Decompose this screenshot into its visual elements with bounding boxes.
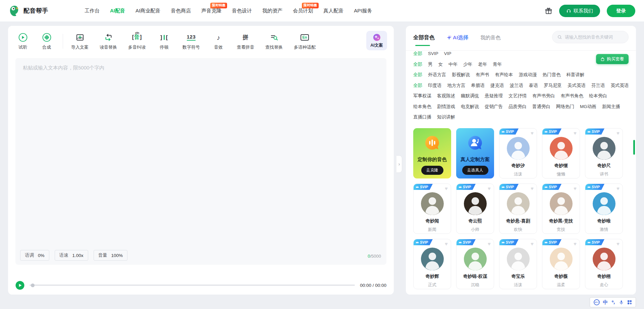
- tool-polyphone-correct[interactable]: [音]yīn多音纠读: [128, 33, 146, 50]
- voice-card[interactable]: SVIP♥奇妙唯激情: [585, 184, 623, 234]
- nav-item[interactable]: 工作台: [85, 8, 100, 14]
- progress-slider[interactable]: [30, 285, 355, 286]
- favorite-heart-icon[interactable]: ♥: [531, 241, 534, 247]
- brand[interactable]: 配音帮手: [9, 5, 48, 17]
- voice-card[interactable]: SVIP♥奇妙尺讲书: [585, 128, 623, 178]
- speed-control[interactable]: 语速1.00x: [55, 250, 88, 261]
- promo-action-button[interactable]: 去克隆: [421, 166, 443, 175]
- voice-card[interactable]: SVIP♥奇妙锦-权谋沉稳: [456, 239, 494, 289]
- tab-ai-select[interactable]: AI选择: [447, 34, 469, 41]
- favorite-heart-icon[interactable]: ♥: [488, 186, 491, 191]
- filter-item[interactable]: 外语方言: [428, 71, 446, 78]
- voice-search[interactable]: [552, 31, 629, 43]
- tab-all-voices[interactable]: 全部音色: [413, 34, 435, 41]
- tool-find-replace[interactable]: 查找替换: [265, 33, 283, 50]
- voice-card[interactable]: SVIP♥奇妙黑-竞技竞技: [542, 184, 580, 234]
- filter-item[interactable]: 客观陈述: [437, 93, 455, 99]
- tool-view-pinyin[interactable]: 拼查看拼音: [237, 33, 254, 50]
- filter-item[interactable]: 全部: [413, 50, 422, 57]
- nav-item[interactable]: 会员计划限时特惠: [293, 8, 313, 14]
- filter-item[interactable]: 悬疑推理: [485, 93, 503, 99]
- filter-item[interactable]: 科普讲解: [567, 71, 585, 78]
- voice-card[interactable]: SVIP♥奇妙悬-喜剧欢快: [499, 184, 537, 234]
- voice-search-input[interactable]: [565, 35, 622, 40]
- nav-item[interactable]: AI配音: [110, 8, 125, 14]
- favorite-heart-icon[interactable]: ♥: [616, 186, 620, 191]
- apps-grid-icon[interactable]: [627, 300, 632, 305]
- voice-card[interactable]: SVIP♥奇妙汐活泼: [499, 128, 537, 178]
- tool-multilingual[interactable]: En多语种适配: [294, 33, 316, 50]
- filter-item[interactable]: 中年: [448, 61, 458, 68]
- nav-item[interactable]: 我的资产: [262, 8, 282, 14]
- filter-item[interactable]: 幽默调侃: [461, 93, 479, 99]
- filter-item[interactable]: 英式英语: [611, 82, 629, 89]
- filter-item[interactable]: 文艺抒情: [508, 93, 527, 99]
- filter-item[interactable]: 军事权谋: [413, 93, 431, 99]
- collapse-panel-handle[interactable]: ›: [396, 155, 402, 173]
- favorite-heart-icon[interactable]: ♥: [531, 186, 534, 191]
- filter-item[interactable]: 泰语: [529, 82, 538, 89]
- favorite-heart-icon[interactable]: ♥: [616, 241, 620, 247]
- tool-pronunciation-replace[interactable]: 读音替换: [100, 33, 117, 50]
- login-button[interactable]: 登录: [607, 5, 635, 17]
- tool-synthesize[interactable]: 合成: [39, 33, 54, 50]
- filter-item[interactable]: 剧情游戏: [437, 103, 455, 110]
- nav-item[interactable]: AI商业配音: [136, 8, 160, 14]
- filter-item[interactable]: 绘本旁白: [589, 93, 607, 99]
- filter-item[interactable]: 有声书角色: [561, 93, 584, 99]
- tool-pause[interactable]: ][停顿: [157, 33, 171, 50]
- filter-item[interactable]: 罗马尼亚: [544, 82, 562, 89]
- filter-item[interactable]: 知识讲解: [437, 114, 455, 120]
- promo-action-button[interactable]: 去选真人: [462, 166, 488, 175]
- filter-item[interactable]: 有声书: [476, 71, 489, 78]
- filter-item[interactable]: 女: [438, 61, 443, 68]
- filter-item[interactable]: 全部: [413, 82, 422, 89]
- filter-item[interactable]: VIP: [444, 50, 451, 57]
- ai-copywriting-button[interactable]: AI文案: [366, 31, 387, 50]
- filter-item[interactable]: 普通旁白: [532, 103, 550, 110]
- favorite-heart-icon[interactable]: ♥: [574, 130, 577, 136]
- script-textarea[interactable]: [15, 58, 386, 244]
- filter-item[interactable]: SVIP: [428, 50, 438, 57]
- play-button[interactable]: [15, 281, 24, 290]
- chinese-mode-icon[interactable]: 中: [603, 299, 608, 306]
- filter-item[interactable]: 新闻主播: [602, 103, 620, 110]
- microphone-icon[interactable]: [619, 300, 624, 305]
- punctuation-icon[interactable]: [611, 300, 616, 305]
- favorite-heart-icon[interactable]: ♥: [616, 130, 620, 136]
- voice-card[interactable]: SVIP♥奇妙惬慵懒: [542, 128, 580, 178]
- volume-control[interactable]: 音量100%: [94, 250, 128, 261]
- favorite-heart-icon[interactable]: ♥: [531, 130, 534, 136]
- promo-card-2[interactable]: 真人定制方案去选真人: [456, 128, 494, 178]
- filter-item[interactable]: MG动画: [580, 103, 596, 110]
- filter-item[interactable]: 少年: [463, 61, 472, 68]
- filter-item[interactable]: 捷克语: [490, 82, 504, 89]
- favorite-heart-icon[interactable]: ♥: [488, 241, 491, 247]
- filter-item[interactable]: 全部: [413, 71, 422, 78]
- nav-item[interactable]: 音色设计: [232, 8, 252, 14]
- filter-item[interactable]: 热门音色: [543, 71, 561, 78]
- filter-item[interactable]: 绘本角色: [413, 103, 431, 110]
- gift-icon[interactable]: [545, 7, 552, 15]
- nav-item[interactable]: 真人配音: [323, 8, 343, 14]
- tool-audition[interactable]: 试听: [15, 33, 30, 50]
- filter-item[interactable]: 希腊语: [471, 82, 485, 89]
- pitch-control[interactable]: 语调0%: [20, 250, 49, 261]
- filter-item[interactable]: 有声绘本: [495, 71, 513, 78]
- favorite-heart-icon[interactable]: ♥: [445, 241, 448, 247]
- filter-item[interactable]: 印度语: [428, 82, 442, 89]
- filter-item[interactable]: 青年: [493, 61, 502, 68]
- ifly-logo[interactable]: iFLY: [593, 299, 600, 306]
- slider-knob[interactable]: [31, 284, 35, 287]
- buy-package-button[interactable]: 购买套餐: [596, 54, 629, 64]
- tool-import-text[interactable]: 导入文案: [71, 33, 89, 50]
- voice-card[interactable]: SVIP♥奇云熙小帅: [456, 184, 494, 234]
- filter-item[interactable]: 美式英语: [568, 82, 586, 89]
- tab-my-voices[interactable]: 我的音色: [481, 35, 501, 41]
- filter-item[interactable]: 有声书旁白: [532, 93, 555, 99]
- filter-item[interactable]: 影视解说: [452, 71, 470, 78]
- filter-item[interactable]: 波兰语: [510, 82, 524, 89]
- favorite-heart-icon[interactable]: ♥: [574, 186, 577, 191]
- tool-sound-effect[interactable]: ♪音效: [211, 33, 226, 50]
- contact-us-button[interactable]: 联系我们: [559, 5, 600, 17]
